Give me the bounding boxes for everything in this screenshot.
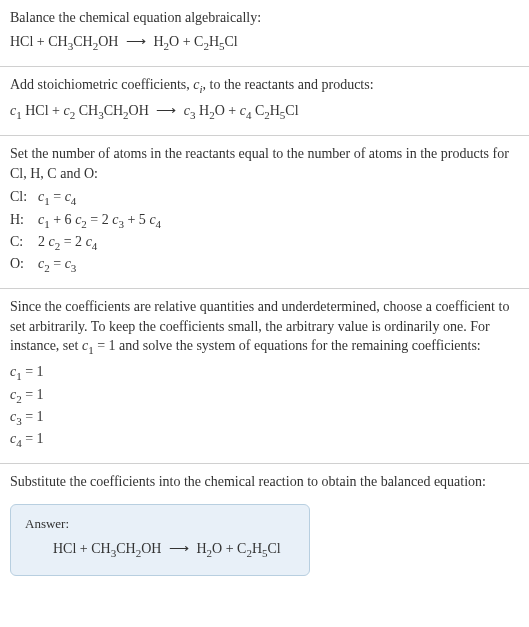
solved-row: c3 = 1	[10, 407, 519, 429]
eq-text: OH	[98, 34, 118, 49]
element-label: H:	[10, 210, 38, 232]
eq-text: +	[33, 34, 48, 49]
eq-text: C	[194, 34, 203, 49]
eq-text: =	[50, 256, 65, 271]
title-text: = 1 and solve the system of equations fo…	[94, 338, 481, 353]
section-atom-balance: Set the number of atoms in the reactants…	[0, 136, 529, 289]
eq-text: HCl	[53, 541, 76, 556]
eq-text: = 2	[60, 234, 85, 249]
balance-row-c: C: 2 c2 = 2 c4	[10, 232, 519, 254]
arrow-icon: ⟶	[149, 103, 184, 118]
coef-sub: 4	[92, 240, 98, 252]
solve-title: Since the coefficients are relative quan…	[10, 297, 519, 358]
eq-text: OH	[129, 103, 149, 118]
eq-text: = 1	[22, 431, 44, 446]
intro-title: Balance the chemical equation algebraica…	[10, 8, 519, 28]
solved-values: c1 = 1 c2 = 1 c3 = 1 c4 = 1	[10, 362, 519, 451]
eq-text: CH	[104, 103, 123, 118]
eq-text: C	[237, 541, 246, 556]
eq-text: HCl	[10, 34, 33, 49]
substitute-title: Substitute the coefficients into the che…	[10, 472, 519, 492]
unbalanced-equation: HCl + CH3CH2OH ⟶ H2O + C2H5Cl	[10, 32, 519, 54]
answer-box: Answer: HCl + CH3CH2OH ⟶ H2O + C2H5Cl	[10, 504, 310, 576]
balance-row-h: H: c1 + 6 c2 = 2 c3 + 5 c4	[10, 210, 519, 232]
eq-text: Cl	[268, 541, 281, 556]
eq-text: C	[251, 103, 264, 118]
element-label: Cl:	[10, 187, 38, 209]
element-label: O:	[10, 254, 38, 276]
eq-text: H	[252, 541, 262, 556]
balance-eq: c2 = c3	[38, 254, 76, 276]
eq-text: +	[76, 541, 91, 556]
solved-row: c2 = 1	[10, 385, 519, 407]
coef-sub: 4	[71, 195, 77, 207]
coef-sub: 4	[156, 217, 162, 229]
eq-text: OH	[141, 541, 161, 556]
eq-text: CH	[75, 103, 98, 118]
balance-equations: Cl: c1 = c4 H: c1 + 6 c2 = 2 c3 + 5 c4 C…	[10, 187, 519, 276]
section-intro: Balance the chemical equation algebraica…	[0, 0, 529, 67]
eq-text: H	[270, 103, 280, 118]
title-text: , to the reactants and products:	[203, 77, 374, 92]
eq-text: O +	[215, 103, 240, 118]
balance-title: Set the number of atoms in the reactants…	[10, 144, 519, 183]
balance-eq: 2 c2 = 2 c4	[38, 232, 97, 254]
arrow-icon: ⟶	[118, 34, 153, 49]
eq-text: HCl +	[22, 103, 64, 118]
eq-text: CH	[73, 34, 92, 49]
eq-text: H	[196, 541, 206, 556]
section-coefficients: Add stoichiometric coefficients, ci, to …	[0, 67, 529, 136]
coef-equation: c1 HCl + c2 CH3CH2OH ⟶ c3 H2O + c4 C2H5C…	[10, 101, 519, 123]
title-text: Add stoichiometric coefficients,	[10, 77, 193, 92]
solved-row: c1 = 1	[10, 362, 519, 384]
eq-text: O	[169, 34, 179, 49]
solved-row: c4 = 1	[10, 429, 519, 451]
balance-eq: c1 + 6 c2 = 2 c3 + 5 c4	[38, 210, 161, 232]
element-label: C:	[10, 232, 38, 254]
balanced-equation: HCl + CH3CH2OH ⟶ H2O + C2H5Cl	[25, 539, 295, 561]
eq-text: +	[222, 541, 237, 556]
eq-text: + 6	[50, 212, 75, 227]
eq-text: O	[212, 541, 222, 556]
eq-text: 2	[38, 234, 49, 249]
eq-text: +	[179, 34, 194, 49]
eq-text: CH	[116, 541, 135, 556]
eq-text: + 5	[124, 212, 149, 227]
section-solve: Since the coefficients are relative quan…	[0, 289, 529, 464]
balance-eq: c1 = c4	[38, 187, 76, 209]
arrow-icon: ⟶	[161, 541, 196, 556]
coef-title: Add stoichiometric coefficients, ci, to …	[10, 75, 519, 97]
eq-text: Cl	[225, 34, 238, 49]
eq-text: = 2	[87, 212, 112, 227]
eq-text: = 1	[22, 387, 44, 402]
coef-sub: 3	[71, 262, 77, 274]
eq-text: CH	[48, 34, 67, 49]
eq-text: CH	[91, 541, 110, 556]
eq-text: H	[209, 34, 219, 49]
section-substitute: Substitute the coefficients into the che…	[0, 464, 529, 496]
answer-label: Answer:	[25, 515, 295, 533]
balance-row-cl: Cl: c1 = c4	[10, 187, 519, 209]
balance-row-o: O: c2 = c3	[10, 254, 519, 276]
eq-text: H	[196, 103, 210, 118]
eq-text: = 1	[22, 409, 44, 424]
eq-text: H	[153, 34, 163, 49]
eq-text: Cl	[285, 103, 298, 118]
eq-text: =	[50, 189, 65, 204]
eq-text: = 1	[22, 364, 44, 379]
